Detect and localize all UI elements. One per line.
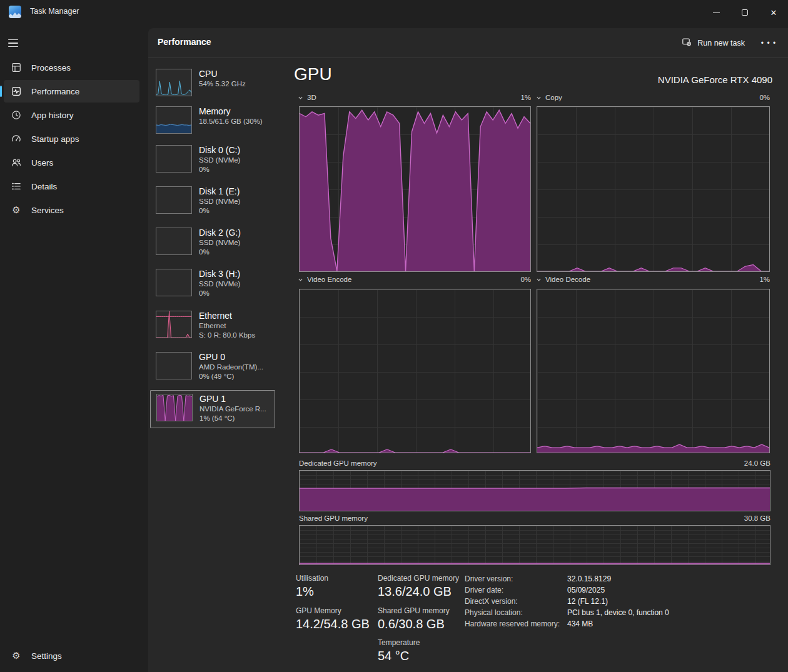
processes-icon [11,62,22,73]
sidebar-item-details[interactable]: Details [4,175,139,198]
sidebar-item-startup-apps[interactable]: Startup apps [4,128,139,150]
header-divider [148,58,788,58]
settings-label: Settings [31,651,62,661]
chart-section-title: 3D [307,94,316,101]
sidebar: Processes Performance App history Startu… [0,25,148,672]
info-label: Physical location: [465,608,567,617]
driver-version-row: Driver version: 32.0.15.8129 [465,574,611,583]
perf-item-ethernet[interactable]: EthernetEthernetS: 0 R: 80.0 Kbps [156,311,255,340]
disk2-mini-chart [156,228,192,255]
sidebar-item-label: Services [31,206,64,215]
chart-section-title: Video Decode [545,276,590,283]
gpu-copy-chart [537,106,770,272]
minimize-icon [713,13,720,13]
sidebar-item-label: Users [31,158,53,168]
title-bar: Task Manager ✕ [0,0,788,25]
gpu-video-decode-chart [537,289,770,453]
sidebar-item-services[interactable]: ⚙ Services [4,199,139,221]
sidebar-item-label: Details [31,182,57,191]
settings-gear-icon: ⚙ [11,650,22,661]
info-label: Driver date: [465,586,567,594]
temperature-value: 54 °C [378,649,409,663]
ellipsis-icon: • • • [761,39,776,48]
disk0-mini-chart [156,145,192,173]
hardware-reserved-memory-row: Hardware reserved memory: 434 MB [465,619,593,628]
info-label: DirectX version: [465,597,567,606]
perf-item-detail: Ethernet [199,321,255,331]
chart-section-title: Copy [545,94,562,101]
services-icon: ⚙ [11,204,22,216]
info-value: 434 MB [567,619,593,628]
more-options-button[interactable]: • • • [758,33,779,53]
perf-item-title: Disk 0 (C:) [199,145,240,156]
perf-item-detail: SSD (NVMe) [199,197,240,206]
shared-gpu-memory-value: 0.6/30.8 GB [378,617,445,631]
dedicated-memory-chart [299,470,770,511]
perf-item-cpu[interactable]: CPU54% 5.32 GHz [156,69,246,96]
gpu-video-encode-chart [299,289,531,453]
dedicated-gpu-memory-value: 13.6/24.0 GB [378,584,452,599]
info-label: Driver version: [465,574,567,583]
hamburger-menu-button[interactable] [5,34,28,53]
chart-header-video-encode[interactable]: Video Encode 0% [298,276,531,283]
dedicated-memory-label: Dedicated GPU memory [299,459,377,467]
perf-item-title: Disk 2 (G:) [199,228,241,238]
perf-item-title: Disk 1 (E:) [199,186,240,197]
page-title: Performance [158,37,211,47]
app-history-icon [11,109,22,121]
perf-item-title: Ethernet [199,311,255,321]
window-title: Task Manager [30,7,79,16]
chevron-down-icon[interactable] [298,95,303,101]
sidebar-item-label: Processes [31,63,71,73]
perf-item-disk0[interactable]: Disk 0 (C:)SSD (NVMe)0% [156,145,240,174]
perf-item-title: Memory [199,106,263,117]
perf-item-disk2[interactable]: Disk 2 (G:)SSD (NVMe)0% [156,228,241,257]
perf-item-disk1[interactable]: Disk 1 (E:)SSD (NVMe)0% [156,186,240,216]
chart-header-3d[interactable]: 3D 1% [298,94,531,101]
dedicated-memory-label-row: Dedicated GPU memory 24.0 GB [299,459,770,467]
perf-item-gpu0[interactable]: GPU 0AMD Radeon(TM)...0% (49 °C) [156,352,263,381]
close-button[interactable]: ✕ [759,0,788,25]
task-manager-window: Task Manager ✕ Processes Performance [0,0,788,672]
chevron-down-icon[interactable] [536,95,542,101]
chart-current-value: 0% [759,94,770,101]
perf-item-detail: SSD (NVMe) [199,156,240,165]
chart-section-title: Video Encode [307,276,351,283]
run-new-task-button[interactable]: Run new task [675,33,752,53]
task-manager-app-icon [9,6,21,18]
info-value: 12 (FL 12.1) [567,597,608,606]
perf-item-detail: S: 0 R: 80.0 Kbps [199,331,255,340]
sidebar-item-label: Startup apps [31,134,79,144]
sidebar-item-app-history[interactable]: App history [4,104,139,126]
sidebar-item-performance[interactable]: Performance [4,80,139,103]
sidebar-item-users[interactable]: Users [4,151,139,174]
sidebar-item-settings[interactable]: ⚙ Settings [4,644,143,667]
sidebar-nav: Processes Performance App history Startu… [0,55,143,223]
perf-item-gpu1[interactable]: GPU 1NVIDIA GeForce R...1% (54 °C) [150,390,275,428]
users-icon [11,157,22,168]
perf-item-detail: 0% [199,248,241,257]
main-panel: Performance Run new task • • • CPU54% 5.… [148,28,788,672]
hamburger-icon [8,39,18,41]
chart-header-video-decode[interactable]: Video Decode 1% [536,276,770,283]
dedicated-gpu-memory-label: Dedicated GPU memory [378,574,459,583]
chevron-down-icon[interactable] [536,277,542,283]
chart-header-copy[interactable]: Copy 0% [536,94,770,101]
perf-item-detail: 1% (54 °C) [200,414,266,423]
minimize-button[interactable] [702,0,730,25]
close-icon: ✕ [770,9,777,17]
sidebar-item-processes[interactable]: Processes [4,56,139,79]
memory-mini-chart [156,106,192,134]
maximize-button[interactable] [730,0,759,25]
directx-version-row: DirectX version: 12 (FL 12.1) [465,597,608,606]
gpu1-mini-chart [156,394,193,421]
cpu-mini-chart [156,69,192,96]
gpu-memory-value: 14.2/54.8 GB [296,617,370,631]
perf-item-title: CPU [199,69,246,79]
chevron-down-icon[interactable] [298,277,303,283]
performance-icon [11,86,22,97]
details-icon [11,181,22,192]
perf-item-memory[interactable]: Memory18.5/61.6 GB (30%) [156,106,263,134]
perf-item-title: GPU 0 [199,352,263,363]
perf-item-disk3[interactable]: Disk 3 (H:)SSD (NVMe)0% [156,269,240,298]
